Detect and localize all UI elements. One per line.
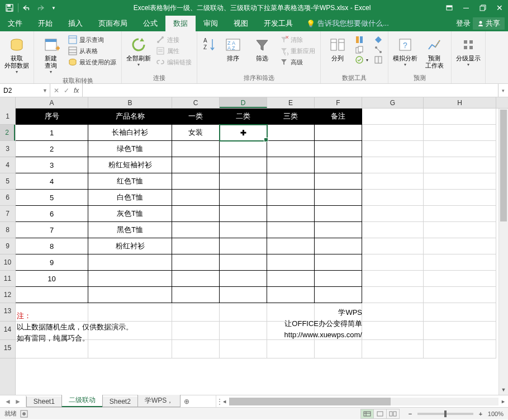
cell[interactable]: [424, 254, 496, 271]
cell[interactable]: ✚: [220, 125, 267, 141]
cell[interactable]: [267, 222, 315, 238]
cell[interactable]: [88, 287, 172, 303]
cell[interactable]: [424, 125, 496, 141]
close-button[interactable]: ✕: [491, 0, 508, 16]
forecast-sheet-button[interactable]: 预测 工作表: [421, 32, 448, 70]
zoom-in-button[interactable]: +: [477, 410, 485, 417]
flash-fill-button[interactable]: [353, 35, 370, 45]
cell[interactable]: [362, 173, 424, 190]
cell[interactable]: [220, 206, 267, 222]
cell[interactable]: [315, 238, 362, 254]
cell[interactable]: [424, 141, 496, 157]
cell[interactable]: [424, 190, 496, 206]
cell[interactable]: [172, 287, 220, 303]
cell[interactable]: [424, 206, 496, 222]
cell[interactable]: [172, 206, 220, 222]
next-sheet-icon[interactable]: ►: [15, 398, 21, 405]
scroll-left-icon[interactable]: ◄: [220, 399, 229, 404]
tab-home[interactable]: 开始: [30, 16, 60, 31]
cell[interactable]: 长袖白衬衫: [88, 125, 172, 141]
cell[interactable]: [315, 141, 362, 157]
cell[interactable]: [315, 125, 362, 141]
cell[interactable]: [424, 322, 496, 340]
recent-sources-button[interactable]: 最近使用的源: [67, 57, 118, 67]
row-header-9[interactable]: 9: [0, 238, 15, 254]
sort-az-button[interactable]: AZ: [201, 32, 217, 56]
show-queries-button[interactable]: 显示查询: [67, 35, 118, 45]
cell[interactable]: [267, 141, 315, 157]
column-header-E[interactable]: E: [267, 97, 315, 108]
cell[interactable]: [267, 190, 315, 206]
sheet-tab[interactable]: 二级联动: [61, 394, 103, 407]
cell[interactable]: [172, 271, 220, 287]
cell[interactable]: 红色T恤: [88, 173, 172, 190]
cell[interactable]: [362, 287, 424, 303]
cell[interactable]: [220, 222, 267, 238]
hscrollbar-thumb[interactable]: [229, 398, 391, 405]
cell[interactable]: 2: [16, 141, 88, 157]
row-header-11[interactable]: 11: [0, 271, 15, 287]
cell[interactable]: [172, 190, 220, 206]
row-header-12[interactable]: 12: [0, 287, 15, 303]
get-external-data-button[interactable]: 获取 外部数据▾: [3, 32, 30, 75]
sheet-tab[interactable]: 学WPS，: [137, 395, 181, 407]
cell[interactable]: [267, 287, 315, 303]
sheet-tab[interactable]: Sheet1: [26, 397, 62, 407]
cell[interactable]: [424, 303, 496, 322]
cell[interactable]: [424, 271, 496, 287]
cell[interactable]: 黑色T恤: [88, 222, 172, 238]
tell-me[interactable]: 💡告诉我您想要做什么...: [301, 16, 456, 31]
cell[interactable]: [424, 157, 496, 173]
cell[interactable]: [172, 254, 220, 271]
tab-formulas[interactable]: 公式: [135, 16, 165, 31]
restore-button[interactable]: [474, 0, 491, 16]
chevron-down-icon[interactable]: ▼: [42, 88, 48, 93]
cell[interactable]: [362, 222, 424, 238]
tab-review[interactable]: 审阅: [196, 16, 226, 31]
row-header-2[interactable]: 2: [0, 125, 15, 141]
cell[interactable]: 序号: [16, 108, 88, 125]
cell[interactable]: [362, 271, 424, 287]
refresh-all-button[interactable]: 全部刷新▾: [125, 32, 152, 68]
relationships-button[interactable]: [372, 45, 384, 55]
cell[interactable]: 粉红衬衫: [88, 238, 172, 254]
page-layout-view-button[interactable]: [373, 409, 387, 419]
cell[interactable]: [220, 173, 267, 190]
vertical-scrollbar[interactable]: ▲ ▼: [498, 108, 508, 395]
cell[interactable]: 绿色T恤: [88, 141, 172, 157]
expand-formula-icon[interactable]: ▾: [498, 84, 508, 97]
cell[interactable]: 白色T恤: [88, 190, 172, 206]
cell[interactable]: [315, 157, 362, 173]
column-header-A[interactable]: A: [16, 97, 88, 108]
text-to-columns-button[interactable]: 分列: [324, 32, 351, 63]
cell[interactable]: 6: [16, 206, 88, 222]
cell[interactable]: 女装: [172, 125, 220, 141]
row-header-1[interactable]: 1: [0, 108, 15, 125]
cell[interactable]: [362, 206, 424, 222]
scroll-down-icon[interactable]: ▼: [499, 385, 508, 395]
fx-icon[interactable]: fx: [74, 87, 79, 95]
zoom-out-button[interactable]: −: [406, 410, 414, 417]
tab-developer[interactable]: 开发工具: [256, 16, 301, 31]
cell[interactable]: [362, 141, 424, 157]
row-header-14[interactable]: 14: [0, 322, 15, 340]
column-header-D[interactable]: D: [220, 97, 267, 108]
cell[interactable]: 备注: [315, 108, 362, 125]
cell[interactable]: [362, 190, 424, 206]
cell[interactable]: [315, 287, 362, 303]
cell[interactable]: [88, 254, 172, 271]
undo-icon[interactable]: [21, 2, 33, 14]
sort-button[interactable]: ZAAZ排序: [220, 32, 246, 63]
cell[interactable]: [315, 190, 362, 206]
tab-insert[interactable]: 插入: [60, 16, 91, 31]
cell[interactable]: [220, 141, 267, 157]
cell[interactable]: [315, 340, 362, 358]
cell[interactable]: [172, 157, 220, 173]
minimize-button[interactable]: ─: [458, 0, 474, 16]
cell[interactable]: [220, 190, 267, 206]
row-header-5[interactable]: 5: [0, 173, 15, 190]
cell[interactable]: [220, 271, 267, 287]
zoom-slider[interactable]: [417, 413, 473, 415]
qat-more-icon[interactable]: ▼: [48, 2, 60, 14]
cell[interactable]: [362, 322, 424, 340]
